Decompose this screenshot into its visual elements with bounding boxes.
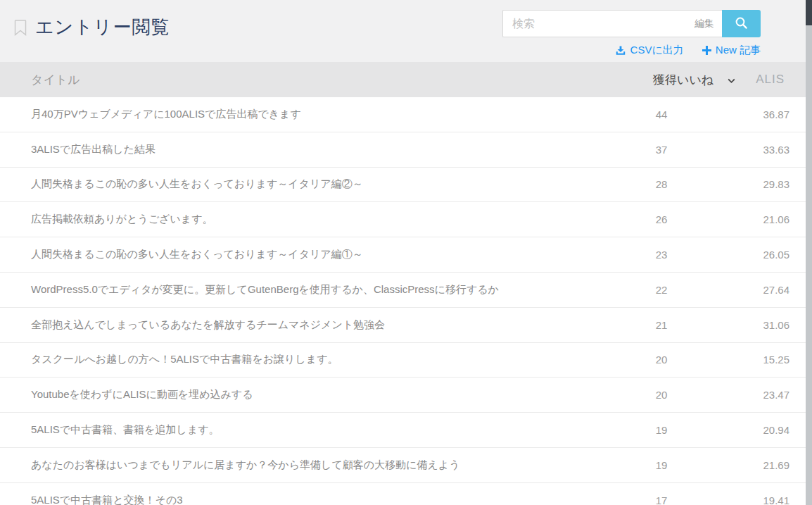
row-likes: 19 <box>633 459 690 471</box>
plus-icon <box>702 46 711 55</box>
table-row[interactable]: Youtubeを使わずにALISに動画を埋め込みする 20 23.47 <box>0 378 806 413</box>
table-row[interactable]: 人間失格まるこの恥の多い人生をおくっております～イタリア編②～ 28 29.83 <box>0 168 806 203</box>
table-row[interactable]: 5ALISで中古書籍、書籍を追加します。 19 20.94 <box>0 413 806 448</box>
row-likes: 20 <box>633 389 690 401</box>
row-alis: 23.47 <box>690 389 806 401</box>
page-title-group: エントリー閲覧 <box>14 15 170 39</box>
row-alis: 31.06 <box>690 319 806 331</box>
table-header: タイトル 獲得いいね ALIS <box>0 62 806 97</box>
search-button[interactable] <box>722 10 761 37</box>
row-title[interactable]: Youtubeを使わずにALISに動画を埋め込みする <box>0 388 633 401</box>
row-likes: 44 <box>633 108 690 120</box>
row-title[interactable]: あなたのお客様はいつまでもリアルに居ますか？今から準備して顧客の大移動に備えよう <box>0 459 633 472</box>
export-csv-link[interactable]: CSVに出力 <box>615 44 684 57</box>
download-icon <box>615 45 626 56</box>
row-title[interactable]: 5ALISで中古書籍、書籍を追加します。 <box>0 423 633 437</box>
column-header-likes-label: 獲得いいね <box>653 72 713 88</box>
search-bar: 編集 <box>502 10 761 37</box>
entries-page: エントリー閲覧 編集 <box>0 0 812 505</box>
row-alis: 26.05 <box>690 249 806 261</box>
row-likes: 26 <box>633 213 690 225</box>
row-likes: 28 <box>633 178 690 190</box>
row-title[interactable]: タスクールへお越しの方へ！5ALISで中古書籍をお譲りします。 <box>0 353 633 366</box>
column-header-alis: ALIS <box>756 62 785 97</box>
row-likes: 17 <box>633 494 690 505</box>
chevron-down-icon <box>728 78 735 84</box>
row-likes: 22 <box>633 284 690 296</box>
table-row[interactable]: 全部抱え込んでしまっているあなたを解放するチームマネジメント勉強会 21 31.… <box>0 308 806 343</box>
table-row[interactable]: あなたのお客様はいつまでもリアルに居ますか？今から準備して顧客の大移動に備えよう… <box>0 448 806 483</box>
row-alis: 27.64 <box>690 284 806 296</box>
bookmark-icon <box>14 20 27 36</box>
table-row[interactable]: 人間失格まるこの恥の多い人生をおくっております～イタリア編①～ 23 26.05 <box>0 237 806 273</box>
table-row[interactable]: 5ALISで中古書籍と交換！その3 17 19.41 <box>0 483 806 505</box>
row-alis: 15.25 <box>690 354 806 366</box>
row-alis: 36.87 <box>690 108 806 120</box>
row-alis: 20.94 <box>690 424 806 436</box>
row-likes: 21 <box>633 319 690 331</box>
page-title: エントリー閲覧 <box>35 15 170 39</box>
row-alis: 33.63 <box>690 144 806 156</box>
table-body: 月40万PVウェブメディアに100ALISで広告出稿できます 44 36.87 … <box>0 97 806 505</box>
row-likes: 19 <box>633 424 690 436</box>
page-scrollbar[interactable] <box>806 0 812 505</box>
search-input[interactable] <box>502 10 722 37</box>
row-title[interactable]: 人間失格まるこの恥の多い人生をおくっております～イタリア編②～ <box>0 177 633 191</box>
row-alis: 21.69 <box>690 459 806 471</box>
row-alis: 19.41 <box>690 494 806 505</box>
export-csv-label: CSVに出力 <box>630 44 684 57</box>
page-header: エントリー閲覧 編集 <box>0 0 806 62</box>
table-row[interactable]: WordPress5.0でエディタが変更に。更新してGutenBergを使用する… <box>0 273 806 308</box>
row-likes: 20 <box>633 354 690 366</box>
table-row[interactable]: 広告掲載依頼ありがとうございます。 26 21.06 <box>0 202 806 237</box>
row-likes: 23 <box>633 249 690 261</box>
row-title[interactable]: 広告掲載依頼ありがとうございます。 <box>0 213 633 226</box>
column-header-likes[interactable]: 獲得いいね <box>653 62 735 97</box>
row-title[interactable]: 5ALISで中古書籍と交換！その3 <box>0 494 633 505</box>
scrollbar-thumb[interactable] <box>806 0 812 25</box>
new-entry-link[interactable]: New 記事 <box>702 44 761 57</box>
new-entry-label: New 記事 <box>716 44 761 57</box>
row-likes: 37 <box>633 144 690 156</box>
search-input-wrap: 編集 <box>502 10 722 37</box>
search-icon <box>735 16 748 32</box>
row-title[interactable]: 3ALISで広告出稿した結果 <box>0 143 633 156</box>
header-actions: CSVに出力 New 記事 <box>615 44 761 57</box>
row-title[interactable]: WordPress5.0でエディタが変更に。更新してGutenBergを使用する… <box>0 283 633 297</box>
table-row[interactable]: 月40万PVウェブメディアに100ALISで広告出稿できます 44 36.87 <box>0 97 806 132</box>
row-alis: 29.83 <box>690 178 806 190</box>
row-alis: 21.06 <box>690 213 806 225</box>
row-title[interactable]: 全部抱え込んでしまっているあなたを解放するチームマネジメント勉強会 <box>0 318 633 332</box>
row-title[interactable]: 月40万PVウェブメディアに100ALISで広告出稿できます <box>0 108 633 121</box>
search-edit-label[interactable]: 編集 <box>694 18 714 30</box>
row-title[interactable]: 人間失格まるこの恥の多い人生をおくっております～イタリア編①～ <box>0 248 633 261</box>
table-row[interactable]: タスクールへお越しの方へ！5ALISで中古書籍をお譲りします。 20 15.25 <box>0 343 806 378</box>
table-row[interactable]: 3ALISで広告出稿した結果 37 33.63 <box>0 132 806 168</box>
